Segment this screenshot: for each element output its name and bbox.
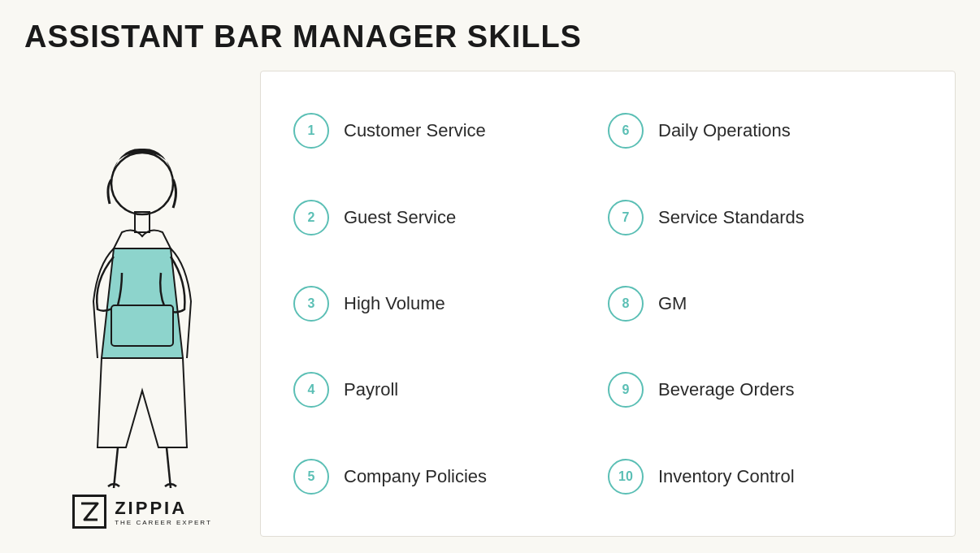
skill-badge: 6 [608,113,644,149]
skill-badge: 5 [293,459,329,495]
content-area: ZIPPIA THE CAREER EXPERT 1Customer Servi… [24,71,956,537]
svg-rect-2 [111,305,173,346]
skills-card: 1Customer Service2Guest Service3High Vol… [260,71,956,537]
skill-label: Company Policies [344,466,487,487]
svg-line-3 [114,447,118,488]
skill-label: Service Standards [658,207,804,228]
logo-area: ZIPPIA THE CAREER EXPERT [72,495,212,529]
skill-badge: 3 [293,286,329,322]
skill-badge: 9 [608,372,644,408]
svg-line-4 [167,447,171,488]
skill-badge: 8 [608,286,644,322]
zippia-name: ZIPPIA [115,498,212,519]
skill-label: Inventory Control [658,466,795,487]
skill-item: 6Daily Operations [608,88,922,174]
skill-item: 9Beverage Orders [608,347,922,433]
logo-text: ZIPPIA THE CAREER EXPERT [115,498,212,526]
skill-label: Daily Operations [658,120,791,141]
skill-item: 5Company Policies [293,434,608,520]
skill-item: 7Service Standards [608,174,922,260]
skill-label: Payroll [344,379,398,400]
zippia-tagline: THE CAREER EXPERT [115,519,212,526]
skill-badge: 1 [293,113,329,149]
skill-item: 8GM [608,261,922,347]
zippia-logo-icon [72,495,106,529]
skill-item: 10Inventory Control [608,434,922,520]
skill-label: Beverage Orders [658,379,795,400]
skill-badge: 2 [293,200,329,235]
skill-label: High Volume [344,293,445,314]
skill-item: 1Customer Service [293,88,608,174]
skill-badge: 7 [608,200,644,235]
skill-label: Guest Service [344,207,456,228]
figure-column: ZIPPIA THE CAREER EXPERT [24,71,260,537]
person-illustration [53,139,232,488]
skill-badge: 10 [608,459,644,495]
page-wrapper: ASSISTANT BAR MANAGER SKILLS [0,0,980,553]
skill-item: 4Payroll [293,347,608,433]
skill-label: GM [658,293,687,314]
skill-item: 2Guest Service [293,174,608,260]
skill-label: Customer Service [344,120,486,141]
skill-badge: 4 [293,372,329,408]
page-title: ASSISTANT BAR MANAGER SKILLS [24,19,956,54]
skill-item: 3High Volume [293,261,608,347]
svg-point-0 [111,153,173,214]
